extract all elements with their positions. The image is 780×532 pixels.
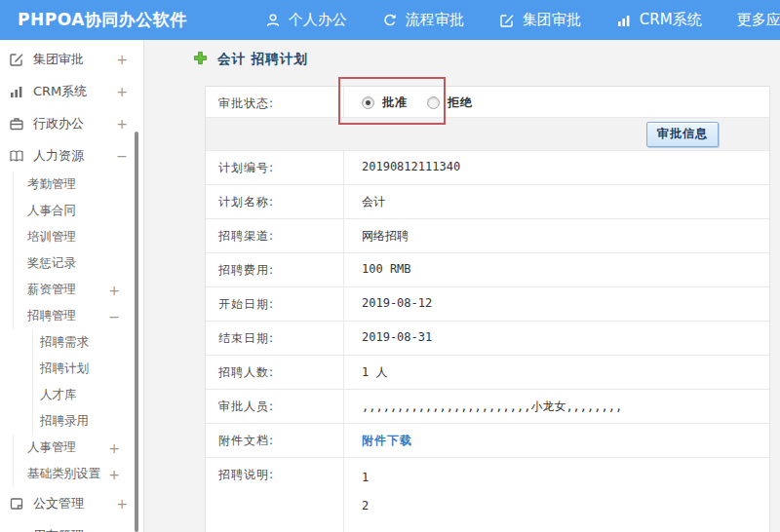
- sidebar-item-document-mgmt[interactable]: 公文管理+: [0, 487, 143, 519]
- nav-item-personal-office[interactable]: 个人办公: [265, 11, 347, 29]
- sidebar-item-recruit-hiring[interactable]: 招聘录用: [32, 408, 143, 435]
- sidebar-item-personnel-mgmt[interactable]: 人事管理+: [13, 435, 143, 461]
- sidebar-item-talent-pool[interactable]: 人才库: [32, 382, 143, 408]
- attachment-download-link[interactable]: 附件下载: [362, 434, 412, 447]
- sidebar-item-label: 公文管理: [33, 495, 116, 513]
- expand-icon[interactable]: +: [116, 116, 128, 132]
- sidebar-items: 集团审批+CRM系统+行政办公+人力资源−考勤管理人事合同培训管理奖惩记录薪资管…: [0, 43, 143, 532]
- field-label: 招聘渠道:: [206, 219, 344, 252]
- sidebar-item-label: 薪资管理: [27, 282, 108, 298]
- app-title: PHPOA协同办公软件: [18, 9, 187, 31]
- sidebar-item-label: 招聘录用: [40, 413, 143, 430]
- flow-icon: [382, 13, 398, 28]
- user-icon: [265, 13, 281, 28]
- field-value: 20190812111340: [344, 151, 769, 184]
- sidebar-item-base-category-settings[interactable]: 基础类别设置+: [13, 461, 143, 487]
- expand-icon[interactable]: +: [116, 52, 128, 67]
- sidebar-item-label: 基础类别设置: [27, 466, 108, 482]
- sidebar-item-recruit-demand[interactable]: 招聘需求: [32, 329, 143, 356]
- sidebar-item-group-approval[interactable]: 集团审批+: [0, 43, 143, 75]
- collapse-icon[interactable]: −: [108, 309, 120, 324]
- sidebar-item-label: 考勤管理: [27, 176, 143, 193]
- sidebar-item-attendance-mgmt[interactable]: 考勤管理: [13, 171, 143, 198]
- sidebar-item-human-resources[interactable]: 人力资源−: [0, 139, 143, 171]
- radio-reject[interactable]: [427, 96, 440, 109]
- sidebar-item-recruit-mgmt[interactable]: 招聘管理−: [13, 303, 143, 329]
- sidebar-item-label: 集团审批: [33, 51, 116, 68]
- field-label: 结束日期:: [206, 322, 344, 355]
- page-title: 会计 招聘计划: [217, 51, 308, 68]
- plus-icon: [193, 51, 208, 68]
- radio-approve[interactable]: [362, 96, 374, 109]
- sidebar-item-label: 人力资源: [33, 147, 116, 165]
- nav-item-more-apps[interactable]: 更多应用: [737, 11, 780, 29]
- truck-icon: [9, 528, 24, 532]
- field-label: 招聘说明:: [206, 458, 344, 532]
- sidebar-item-label: 培训管理: [27, 229, 143, 246]
- field-value-text: 2019-08-31: [362, 330, 432, 344]
- sidebar-item-vehicle-mgmt[interactable]: 用车管理+: [0, 519, 143, 532]
- field-value: 会计: [344, 185, 769, 218]
- field-value-text: 1 人: [362, 365, 387, 379]
- expand-icon[interactable]: +: [116, 496, 128, 512]
- approval-status-row: 审批状态: 批准 拒绝: [206, 87, 769, 118]
- sidebar-item-label: 招聘计划: [40, 361, 143, 377]
- sidebar-item-reward-punish-records[interactable]: 奖惩记录: [13, 250, 143, 277]
- field-label: 计划编号:: [206, 151, 344, 184]
- sidebar-item-recruit-plan[interactable]: 招聘计划: [32, 356, 143, 382]
- sidebar-item-training-mgmt[interactable]: 培训管理: [13, 224, 143, 250]
- sidebar-item-admin-office[interactable]: 行政办公+: [0, 107, 143, 139]
- field-label: 招聘费用:: [206, 253, 344, 286]
- field-value: 1 人: [344, 356, 769, 389]
- field-row-recruit-headcount: 招聘人数:1 人: [206, 356, 769, 390]
- field-value: 2019-08-31: [344, 322, 769, 355]
- form-table: 审批状态: 批准 拒绝 审批信息 计划编号:20190812111340计划名称…: [205, 86, 770, 532]
- sidebar-item-label: 用车管理: [33, 527, 116, 532]
- expand-icon[interactable]: +: [108, 283, 120, 298]
- expand-icon[interactable]: +: [108, 440, 120, 456]
- sidebar-item-hr-contract[interactable]: 人事合同: [13, 198, 143, 224]
- top-bar: PHPOA协同办公软件 个人办公流程审批集团审批CRM系统更多应用: [0, 0, 780, 40]
- field-value-text: 100 RMB: [362, 262, 411, 276]
- field-label: 开始日期:: [206, 287, 344, 321]
- field-value-text: 网络招聘: [362, 229, 409, 243]
- field-label: 审批人员:: [206, 390, 344, 423]
- field-row-recruit-cost: 招聘费用:100 RMB: [206, 253, 769, 287]
- field-row-approvers: 审批人员:,,,,,,,,,,,,,,,,,,,,,,,,小龙女,,,,,,,,: [206, 390, 769, 424]
- collapse-icon[interactable]: −: [116, 148, 128, 164]
- field-label: 附件文档:: [206, 424, 344, 457]
- field-label: 招聘人数:: [206, 356, 344, 389]
- radio-reject-label[interactable]: 拒绝: [448, 95, 473, 111]
- sidebar-item-label: 人事合同: [27, 203, 143, 219]
- field-value: ,,,,,,,,,,,,,,,,,,,,,,,,小龙女,,,,,,,,: [344, 390, 769, 423]
- sidebar-item-label: 行政办公: [33, 115, 116, 133]
- expand-icon[interactable]: +: [116, 528, 128, 532]
- approval-info-button[interactable]: 审批信息: [646, 122, 719, 147]
- expand-icon[interactable]: +: [116, 84, 128, 99]
- field-value-text: 会计: [362, 195, 385, 209]
- field-value-text: ,,,,,,,,,,,,,,,,,,,,,,,,小龙女,,,,,,,,: [362, 399, 622, 413]
- top-nav: 个人办公流程审批集团审批CRM系统更多应用: [265, 11, 780, 29]
- sidebar-item-salary-mgmt[interactable]: 薪资管理+: [13, 277, 143, 303]
- field-value: 网络招聘: [344, 219, 769, 252]
- field-label: 计划名称:: [206, 185, 344, 218]
- radio-approve-label[interactable]: 批准: [382, 95, 408, 111]
- expand-icon[interactable]: +: [108, 467, 120, 482]
- edit-square-icon: [499, 13, 515, 28]
- field-value: 12: [344, 458, 769, 532]
- nav-item-crm-system[interactable]: CRM系统: [616, 11, 702, 29]
- nav-item-group-approval[interactable]: 集团审批: [499, 11, 581, 29]
- bar-chart-icon: [616, 13, 632, 28]
- field-value-text: 20190812111340: [362, 160, 460, 173]
- breadcrumb: 会计 招聘计划: [193, 51, 308, 68]
- sidebar-item-crm-system[interactable]: CRM系统+: [0, 75, 143, 107]
- sidebar-item-label: 奖惩记录: [27, 255, 143, 272]
- approval-status-options: 批准 拒绝: [344, 87, 769, 117]
- field-row-plan-number: 计划编号:20190812111340: [206, 151, 769, 185]
- sidebar-scrollbar[interactable]: [135, 132, 138, 532]
- document-icon: [9, 496, 24, 512]
- field-value: 100 RMB: [344, 253, 769, 286]
- book-icon: [9, 148, 24, 164]
- nav-item-process-approval[interactable]: 流程审批: [382, 11, 464, 29]
- description-line: 2: [362, 499, 769, 513]
